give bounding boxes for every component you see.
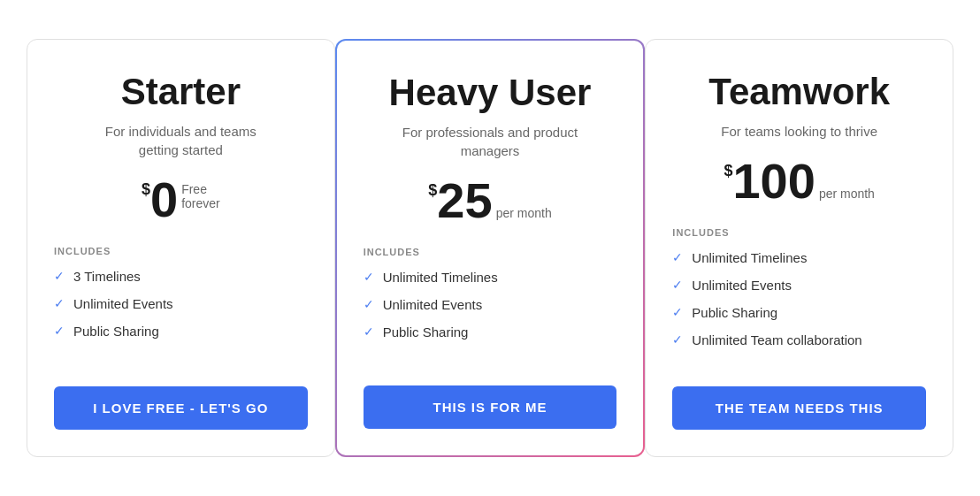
- feature-text-teamwork-0: Unlimited Timelines: [692, 250, 807, 265]
- features-list-teamwork: ✓Unlimited Timelines✓Unlimited Events✓Pu…: [672, 250, 926, 360]
- feature-text-starter-2: Public Sharing: [73, 324, 159, 339]
- check-icon-starter-2: ✓: [54, 324, 65, 338]
- cta-button-starter[interactable]: I LOVE FREE - LET'S GO: [54, 386, 308, 430]
- check-icon-starter-1: ✓: [54, 296, 65, 310]
- includes-label-teamwork: INCLUDES: [672, 227, 926, 238]
- check-icon-heavy-user-0: ✓: [364, 270, 374, 284]
- check-icon-heavy-user-2: ✓: [364, 324, 374, 339]
- price-dollar-sign-heavy-user: $: [428, 181, 437, 200]
- cta-button-heavy-user[interactable]: THIS IS FOR ME: [364, 385, 617, 429]
- check-icon-heavy-user-1: ✓: [364, 297, 374, 311]
- price-amount-heavy-user: 25: [437, 176, 492, 225]
- features-list-starter: ✓3 Timelines✓Unlimited Events✓Public Sha…: [54, 269, 308, 360]
- feature-item-starter-0: ✓3 Timelines: [54, 269, 308, 284]
- plan-card-starter: StarterFor individuals and teams getting…: [27, 39, 335, 456]
- cta-button-teamwork[interactable]: THE TEAM NEEDS THIS: [672, 386, 926, 430]
- feature-item-teamwork-0: ✓Unlimited Timelines: [672, 250, 926, 265]
- feature-item-starter-2: ✓Public Sharing: [54, 324, 308, 339]
- price-row-starter: $0Freeforever: [142, 175, 220, 225]
- check-icon-starter-0: ✓: [54, 269, 65, 283]
- check-icon-teamwork-2: ✓: [672, 305, 683, 319]
- plan-subtitle-teamwork: For teams looking to thrive: [721, 122, 877, 141]
- feature-text-heavy-user-0: Unlimited Timelines: [383, 270, 498, 285]
- check-icon-teamwork-3: ✓: [672, 332, 683, 347]
- price-row-heavy-user: $25per month: [428, 176, 551, 225]
- feature-item-heavy-user-2: ✓Public Sharing: [364, 324, 617, 340]
- feature-item-teamwork-2: ✓Public Sharing: [672, 305, 926, 320]
- price-row-teamwork: $100per month: [724, 156, 875, 206]
- feature-text-teamwork-3: Unlimited Team collaboration: [692, 332, 861, 347]
- price-dollar-sign-teamwork: $: [724, 162, 732, 180]
- feature-text-heavy-user-2: Public Sharing: [383, 324, 469, 340]
- feature-item-heavy-user-1: ✓Unlimited Events: [364, 297, 617, 312]
- features-list-heavy-user: ✓Unlimited Timelines✓Unlimited Events✓Pu…: [364, 270, 617, 359]
- feature-text-starter-1: Unlimited Events: [73, 296, 173, 311]
- plan-subtitle-starter: For individuals and teams getting starte…: [92, 122, 269, 159]
- plan-title-starter: Starter: [121, 72, 241, 112]
- price-label-starter: Freeforever: [181, 182, 220, 210]
- feature-item-teamwork-3: ✓Unlimited Team collaboration: [672, 332, 926, 347]
- check-icon-teamwork-0: ✓: [672, 250, 683, 264]
- price-period-teamwork: per month: [819, 187, 875, 201]
- price-amount-teamwork: 100: [732, 156, 815, 206]
- price-amount-starter: 0: [150, 175, 178, 225]
- pricing-container: StarterFor individuals and teams getting…: [0, 21, 980, 474]
- plan-card-heavy-user: Heavy UserFor professionals and product …: [335, 39, 646, 456]
- feature-text-starter-0: 3 Timelines: [73, 269, 141, 284]
- feature-item-starter-1: ✓Unlimited Events: [54, 296, 308, 311]
- feature-text-heavy-user-1: Unlimited Events: [383, 297, 483, 312]
- plan-card-teamwork: TeamworkFor teams looking to thrive$100p…: [645, 39, 953, 456]
- includes-label-heavy-user: INCLUDES: [364, 247, 617, 257]
- feature-text-teamwork-2: Public Sharing: [692, 305, 777, 320]
- price-period-heavy-user: per month: [496, 206, 552, 220]
- check-icon-teamwork-1: ✓: [672, 278, 683, 292]
- feature-item-heavy-user-0: ✓Unlimited Timelines: [364, 270, 617, 285]
- includes-label-starter: INCLUDES: [54, 246, 308, 256]
- feature-item-teamwork-1: ✓Unlimited Events: [672, 278, 926, 293]
- plan-title-heavy-user: Heavy User: [389, 72, 592, 113]
- price-dollar-sign-starter: $: [142, 180, 150, 199]
- plan-subtitle-heavy-user: For professionals and product managers: [402, 123, 578, 160]
- plan-title-teamwork: Teamwork: [708, 72, 890, 112]
- feature-text-teamwork-1: Unlimited Events: [692, 278, 792, 293]
